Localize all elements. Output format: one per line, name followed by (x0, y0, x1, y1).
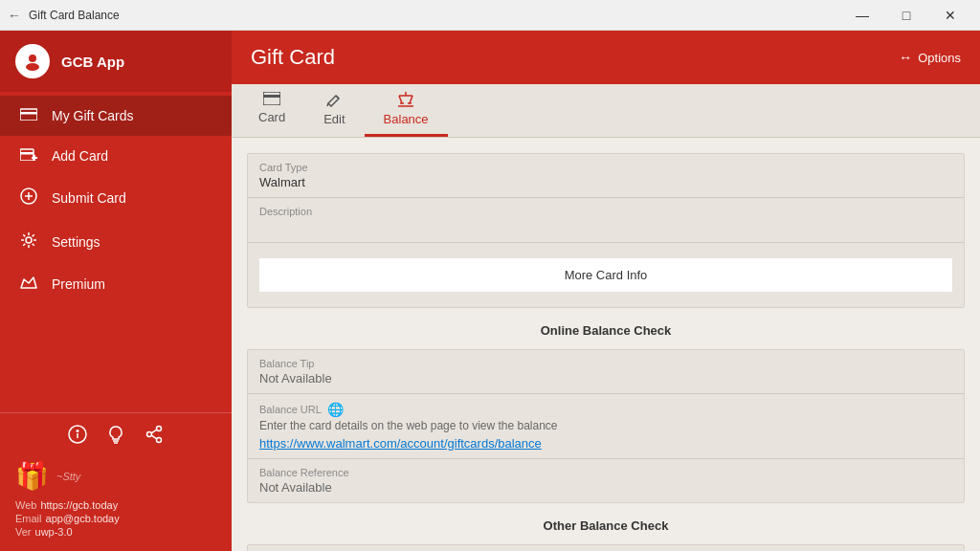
sidebar-label-add-card: Add Card (52, 148, 108, 164)
online-balance-heading: Online Balance Check (247, 323, 965, 338)
balance-tip-row: Balance Tip Not Available (248, 350, 964, 394)
premium-icon (19, 276, 38, 293)
svg-point-11 (26, 237, 32, 243)
sidebar-footer: 🎁 ~Stty Web https://gcb.today Email app@… (0, 412, 232, 551)
balance-url-row: Balance URL 🌐 Enter the card details on … (248, 394, 964, 459)
sidebar-label-my-gift-cards: My Gift Cards (52, 108, 134, 123)
description-value (259, 219, 952, 234)
tips-icon[interactable] (106, 425, 125, 449)
add-card-icon (19, 147, 38, 165)
tab-balance-label: Balance (384, 112, 429, 126)
sidebar-item-my-gift-cards[interactable]: My Gift Cards (0, 96, 232, 136)
balance-tip-value: Not Available (259, 371, 952, 386)
balance-url-value[interactable]: https://www.walmart.com/account/giftcard… (259, 436, 952, 451)
close-button[interactable]: ✕ (928, 0, 972, 31)
card-type-value: Walmart (259, 175, 952, 189)
sidebar-label-settings: Settings (52, 234, 100, 250)
sidebar-nav: My Gift Cards Add Card (0, 92, 232, 412)
svg-point-20 (147, 432, 152, 437)
tab-edit[interactable]: Edit (304, 84, 364, 137)
more-card-row: More Card Info (248, 243, 964, 307)
submit-card-icon (19, 187, 38, 209)
balance-tip-label: Balance Tip (259, 358, 952, 369)
tab-balance[interactable]: Balance (365, 84, 448, 137)
titlebar-left: ← Gift Card Balance (8, 8, 120, 23)
sidebar-label-submit-card: Submit Card (52, 190, 126, 206)
back-button[interactable]: ← (8, 8, 21, 23)
titlebar: ← Gift Card Balance — □ ✕ (0, 0, 980, 31)
sidebar-item-settings[interactable]: Settings (0, 220, 232, 264)
titlebar-title: Gift Card Balance (29, 9, 120, 22)
phone-balance-row: Phone Balance Check Call support phone n… (248, 545, 964, 551)
svg-point-19 (157, 438, 162, 443)
svg-line-22 (151, 435, 157, 439)
content-area: Card Type Walmart Description More Card … (232, 138, 980, 551)
svg-line-21 (151, 430, 157, 433)
other-balance-section: Phone Balance Check Call support phone n… (247, 544, 965, 551)
tab-bar: Card Edit (232, 84, 980, 138)
description-row: Description (248, 198, 964, 243)
svg-point-0 (29, 55, 36, 62)
minimize-button[interactable]: — (840, 0, 884, 31)
titlebar-controls: — □ ✕ (840, 0, 972, 31)
settings-icon (19, 231, 38, 253)
svg-point-1 (26, 63, 39, 71)
svg-rect-2 (20, 109, 37, 121)
card-info-section: Card Type Walmart Description More Card … (247, 153, 965, 308)
options-arrows-icon: ↔ (899, 50, 912, 65)
info-icon[interactable] (68, 425, 87, 449)
card-tab-icon (263, 92, 280, 108)
balance-ref-row: Balance Reference Not Available (248, 459, 964, 502)
svg-point-18 (157, 427, 162, 431)
svg-line-26 (327, 103, 328, 106)
sidebar-item-add-card[interactable]: Add Card (0, 136, 232, 176)
page-header: Gift Card ↔ Options (232, 31, 980, 84)
page-title: Gift Card (251, 45, 335, 70)
tab-card-label: Card (258, 110, 285, 124)
tab-card[interactable]: Card (239, 84, 304, 137)
web-link[interactable]: https://gcb.today (40, 499, 118, 511)
svg-point-15 (77, 430, 78, 432)
svg-rect-4 (20, 149, 33, 161)
svg-rect-24 (263, 95, 280, 98)
sidebar-item-submit-card[interactable]: Submit Card (0, 176, 232, 220)
sidebar-links: Web https://gcb.today Email app@gcb.toda… (15, 499, 216, 538)
globe-icon: 🌐 (327, 402, 344, 417)
balance-tab-icon (397, 92, 414, 110)
description-label: Description (259, 206, 952, 217)
sidebar-item-premium[interactable]: Premium (0, 264, 232, 304)
email-link[interactable]: app@gcb.today (46, 513, 120, 524)
balance-ref-label: Balance Reference (259, 467, 952, 478)
svg-marker-12 (21, 277, 36, 288)
gift-cards-icon (19, 107, 38, 124)
balance-url-hint: Enter the card details on the web page t… (259, 419, 952, 432)
edit-tab-icon (326, 92, 342, 110)
tab-edit-label: Edit (323, 112, 345, 126)
card-type-label: Card Type (259, 162, 952, 173)
avatar (15, 44, 50, 78)
other-balance-heading: Other Balance Check (247, 518, 965, 533)
sidebar: GCB App My Gift Cards (0, 31, 232, 551)
sidebar-header: GCB App (0, 31, 232, 92)
options-button[interactable]: ↔ Options (899, 50, 961, 65)
svg-rect-3 (20, 112, 37, 115)
app-name: GCB App (61, 54, 124, 70)
gift-decoration: 🎁 ~Stty (15, 460, 216, 492)
svg-rect-5 (20, 152, 33, 155)
more-card-info-button[interactable]: More Card Info (259, 258, 952, 292)
version-value: uwp-3.0 (35, 526, 73, 538)
balance-url-label: Balance URL 🌐 (259, 402, 952, 417)
online-balance-section: Balance Tip Not Available Balance URL 🌐 … (247, 349, 965, 503)
svg-line-25 (336, 96, 339, 99)
main-content: Gift Card ↔ Options Card (232, 31, 980, 551)
sidebar-label-premium: Premium (52, 276, 105, 292)
share-icon[interactable] (145, 425, 164, 449)
balance-ref-value: Not Available (259, 480, 952, 495)
svg-rect-23 (263, 92, 280, 105)
maximize-button[interactable]: □ (884, 0, 928, 31)
card-type-row: Card Type Walmart (248, 154, 964, 198)
